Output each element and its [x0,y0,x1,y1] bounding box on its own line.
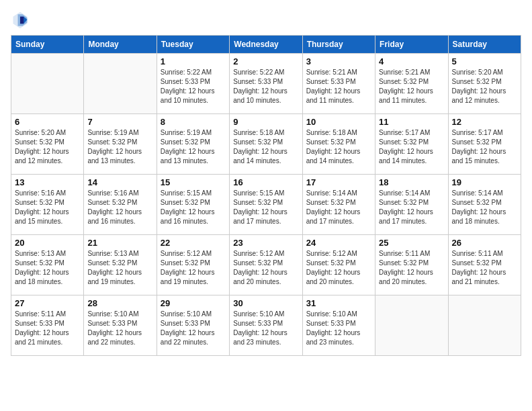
daylight-hours: Daylight: 12 hours [15,147,80,156]
day-header-wednesday: Wednesday [230,36,302,54]
daylight-minutes: and 19 minutes. [87,277,152,287]
daylight-hours: Daylight: 12 hours [87,147,152,156]
daylight-hours: Daylight: 12 hours [379,87,444,96]
sun-info: Sunset: 5:32 PM [87,138,152,147]
day-number: 27 [15,298,80,308]
daylight-minutes: and 14 minutes. [306,156,371,166]
sun-info: Sunset: 5:32 PM [306,138,371,147]
calendar-cell: 24Sunrise: 5:12 AMSunset: 5:32 PMDayligh… [302,235,375,295]
daylight-minutes: and 18 minutes. [15,277,80,287]
calendar-cell: 4Sunrise: 5:21 AMSunset: 5:32 PMDaylight… [375,54,448,114]
daylight-minutes: and 20 minutes. [233,277,298,287]
daylight-hours: Daylight: 12 hours [15,208,80,217]
daylight-minutes: and 13 minutes. [87,156,152,166]
sun-info: Sunset: 5:32 PM [452,259,517,268]
daylight-hours: Daylight: 12 hours [87,328,152,338]
sun-info: Sunset: 5:33 PM [161,77,226,87]
daylight-minutes: and 12 minutes. [452,96,517,105]
week-row-4: 27Sunrise: 5:11 AMSunset: 5:33 PMDayligh… [11,295,521,356]
daylight-minutes: and 10 minutes. [233,96,298,105]
day-number: 13 [15,177,80,187]
sun-info: Sunrise: 5:21 AM [379,68,444,77]
sun-info: Sunset: 5:33 PM [233,77,298,87]
daylight-minutes: and 14 minutes. [233,156,298,166]
day-number: 7 [87,117,152,127]
sun-info: Sunset: 5:32 PM [233,259,298,268]
daylight-hours: Daylight: 12 hours [161,147,226,156]
calendar-cell: 30Sunrise: 5:10 AMSunset: 5:33 PMDayligh… [230,295,302,356]
sun-info: Sunrise: 5:14 AM [452,189,517,198]
calendar-cell: 9Sunrise: 5:18 AMSunset: 5:32 PMDaylight… [230,114,302,175]
sun-info: Sunset: 5:32 PM [379,77,444,87]
svg-marker-3 [20,17,24,24]
daylight-hours: Daylight: 12 hours [233,87,298,96]
sun-info: Sunrise: 5:21 AM [306,68,371,77]
sun-info: Sunrise: 5:20 AM [15,128,80,138]
calendar-cell: 16Sunrise: 5:15 AMSunset: 5:32 PMDayligh… [230,175,302,235]
daylight-hours: Daylight: 12 hours [306,268,371,277]
sun-info: Sunrise: 5:19 AM [87,128,152,138]
sun-info: Sunset: 5:32 PM [161,198,226,208]
daylight-hours: Daylight: 12 hours [379,147,444,156]
day-number: 29 [161,298,226,308]
daylight-minutes: and 14 minutes. [379,156,444,166]
daylight-minutes: and 20 minutes. [306,277,371,287]
header-row: SundayMondayTuesdayWednesdayThursdayFrid… [11,36,521,54]
calendar-cell: 5Sunrise: 5:20 AMSunset: 5:32 PMDaylight… [448,54,521,114]
daylight-minutes: and 15 minutes. [452,156,517,166]
calendar-cell: 31Sunrise: 5:10 AMSunset: 5:33 PMDayligh… [302,295,375,356]
sun-info: Sunset: 5:32 PM [233,198,298,208]
sun-info: Sunrise: 5:12 AM [306,249,371,259]
calendar-cell: 1Sunrise: 5:22 AMSunset: 5:33 PMDaylight… [157,54,229,114]
sun-info: Sunset: 5:32 PM [161,259,226,268]
calendar-cell: 26Sunrise: 5:11 AMSunset: 5:32 PMDayligh… [448,235,521,295]
day-number: 14 [87,177,152,187]
logo [11,11,32,30]
daylight-hours: Daylight: 12 hours [452,87,517,96]
daylight-minutes: and 10 minutes. [161,96,226,105]
header [11,11,521,30]
daylight-hours: Daylight: 12 hours [15,328,80,338]
daylight-hours: Daylight: 12 hours [87,208,152,217]
sun-info: Sunset: 5:32 PM [87,259,152,268]
calendar-cell [375,295,448,356]
sun-info: Sunrise: 5:22 AM [233,68,298,77]
day-number: 17 [306,177,371,187]
daylight-minutes: and 22 minutes. [87,338,152,347]
day-number: 4 [379,56,444,66]
daylight-hours: Daylight: 12 hours [306,147,371,156]
sun-info: Sunset: 5:33 PM [306,319,371,328]
sun-info: Sunrise: 5:13 AM [15,249,80,259]
daylight-minutes: and 21 minutes. [15,338,80,347]
sun-info: Sunset: 5:32 PM [15,259,80,268]
sun-info: Sunrise: 5:10 AM [161,310,226,319]
sun-info: Sunset: 5:32 PM [452,138,517,147]
day-number: 12 [452,117,517,127]
day-header-saturday: Saturday [448,36,521,54]
day-number: 6 [15,117,80,127]
calendar-cell: 18Sunrise: 5:14 AMSunset: 5:32 PMDayligh… [375,175,448,235]
sun-info: Sunrise: 5:11 AM [15,310,80,319]
sun-info: Sunset: 5:32 PM [379,259,444,268]
calendar-cell: 7Sunrise: 5:19 AMSunset: 5:32 PMDaylight… [84,114,157,175]
daylight-hours: Daylight: 12 hours [161,268,226,277]
day-number: 24 [306,238,371,248]
sun-info: Sunset: 5:32 PM [379,198,444,208]
daylight-minutes: and 13 minutes. [161,156,226,166]
daylight-minutes: and 16 minutes. [87,217,152,226]
sun-info: Sunset: 5:33 PM [233,319,298,328]
sun-info: Sunset: 5:32 PM [161,138,226,147]
sun-info: Sunrise: 5:18 AM [233,128,298,138]
sun-info: Sunset: 5:32 PM [452,77,517,87]
daylight-minutes: and 17 minutes. [379,217,444,226]
daylight-minutes: and 23 minutes. [233,338,298,347]
day-header-monday: Monday [84,36,157,54]
daylight-minutes: and 15 minutes. [15,217,80,226]
day-number: 18 [379,177,444,187]
calendar-cell: 15Sunrise: 5:15 AMSunset: 5:32 PMDayligh… [157,175,229,235]
daylight-hours: Daylight: 12 hours [15,268,80,277]
calendar-cell: 23Sunrise: 5:12 AMSunset: 5:32 PMDayligh… [230,235,302,295]
sun-info: Sunrise: 5:17 AM [452,128,517,138]
daylight-minutes: and 21 minutes. [452,277,517,287]
daylight-hours: Daylight: 12 hours [379,268,444,277]
